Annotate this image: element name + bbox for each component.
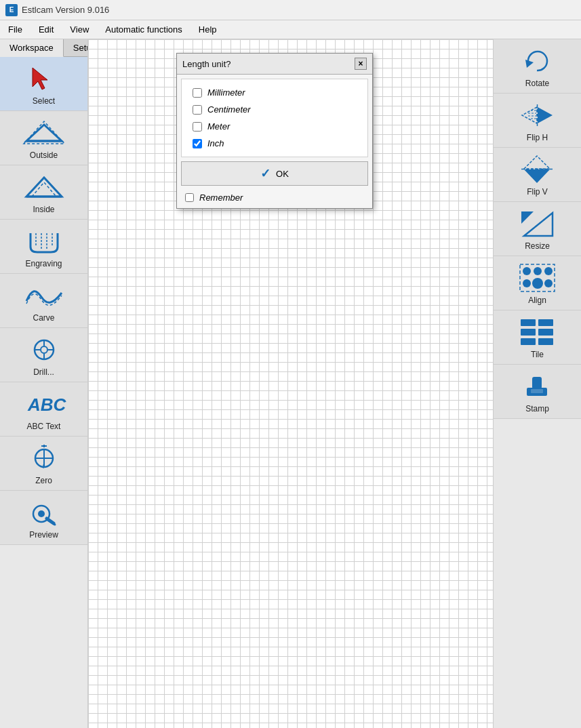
sidebar-btn-select[interactable]: Select: [0, 57, 87, 111]
svg-marker-0: [33, 68, 47, 89]
sidebar-btn-zero[interactable]: + Zero: [0, 437, 87, 491]
drill-label: Drill...: [33, 367, 54, 377]
svg-point-45: [523, 279, 531, 287]
label-meter[interactable]: Meter: [207, 121, 230, 132]
svg-marker-36: [524, 169, 550, 183]
svg-text:ABC: ABC: [27, 395, 67, 415]
app-title: Estlcam Version 9.016: [22, 5, 109, 15]
menu-view[interactable]: View: [62, 20, 97, 39]
flipv-icon: [517, 155, 558, 184]
ok-button[interactable]: ✓ OK: [181, 161, 368, 186]
dialog-title: Length unit?: [182, 59, 231, 69]
svg-line-27: [47, 519, 54, 523]
carve-icon: [24, 281, 64, 310]
option-centimeter: Centimeter: [193, 104, 357, 115]
checkbox-centimeter[interactable]: [193, 105, 202, 115]
drill-icon: [24, 335, 64, 365]
svg-rect-57: [531, 389, 543, 393]
menu-help[interactable]: Help: [191, 20, 225, 39]
svg-point-42: [523, 267, 531, 275]
fliph-icon: [517, 100, 558, 130]
svg-marker-29: [538, 107, 553, 123]
svg-marker-6: [32, 182, 56, 197]
svg-point-47: [544, 279, 553, 287]
engraving-label: Engraving: [25, 259, 62, 268]
right-panel: Rotate Flip H: [493, 39, 581, 728]
option-meter: Meter: [193, 121, 357, 132]
right-btn-rotate[interactable]: Rotate: [494, 39, 581, 94]
tab-workspace[interactable]: Workspace: [0, 39, 64, 57]
svg-marker-4: [26, 178, 62, 197]
resize-label: Resize: [525, 241, 550, 251]
sidebar-btn-text[interactable]: ABC ABC Text: [0, 382, 87, 437]
right-btn-align[interactable]: Align: [494, 256, 581, 310]
svg-marker-30: [522, 107, 537, 123]
option-millimeter: Millimeter: [193, 87, 357, 98]
menu-auto[interactable]: Automatic functions: [97, 20, 190, 39]
menu-file[interactable]: File: [0, 20, 31, 39]
stamp-label: Stamp: [525, 404, 549, 413]
rotate-label: Rotate: [525, 79, 549, 88]
left-sidebar: Workspace Setup Select Outside: [0, 39, 88, 728]
checkbox-meter[interactable]: [193, 122, 202, 132]
dialog-close-button[interactable]: ×: [355, 58, 367, 70]
svg-point-44: [544, 267, 553, 275]
main-layout: Workspace Setup Select Outside: [0, 39, 581, 728]
modal-overlay: Length unit? × Millimeter Centimeter: [88, 39, 493, 728]
menu-edit[interactable]: Edit: [31, 20, 62, 39]
right-btn-fliph[interactable]: Flip H: [494, 94, 581, 148]
sidebar-btn-inside[interactable]: Inside: [0, 165, 87, 220]
svg-marker-39: [521, 211, 534, 224]
svg-rect-50: [538, 319, 553, 326]
ok-label: OK: [276, 169, 289, 179]
right-btn-stamp[interactable]: Stamp: [494, 365, 581, 419]
right-btn-tile[interactable]: Tile: [494, 310, 581, 365]
outside-icon: [24, 118, 64, 148]
checkbox-millimeter[interactable]: [193, 88, 202, 98]
sidebar-btn-drill[interactable]: Drill...: [0, 328, 87, 382]
label-centimeter[interactable]: Centimeter: [207, 104, 251, 115]
zero-icon: +: [24, 443, 64, 473]
tile-icon: [517, 317, 558, 347]
stamp-icon: [517, 371, 558, 401]
align-icon: [517, 263, 558, 293]
carve-label: Carve: [33, 313, 54, 323]
select-label: Select: [33, 96, 55, 106]
svg-rect-53: [521, 338, 536, 345]
checkbox-remember[interactable]: [185, 193, 194, 202]
inside-icon: [24, 172, 64, 202]
checkbox-inch[interactable]: [193, 139, 202, 148]
right-btn-flipv[interactable]: Flip V: [494, 148, 581, 202]
svg-rect-49: [521, 319, 536, 326]
sidebar-btn-outside[interactable]: Outside: [0, 111, 87, 165]
right-btn-resize[interactable]: Resize: [494, 202, 581, 256]
svg-rect-54: [538, 338, 553, 345]
tile-label: Tile: [531, 350, 544, 359]
zero-label: Zero: [35, 476, 52, 485]
text-icon: ABC: [24, 389, 64, 419]
svg-point-25: [38, 510, 45, 517]
rotate-icon: [517, 46, 558, 76]
svg-text:+: +: [41, 463, 45, 470]
svg-point-43: [534, 267, 542, 275]
remember-row: Remember: [177, 190, 372, 208]
option-inch: Inch: [193, 138, 357, 148]
label-remember[interactable]: Remember: [199, 193, 243, 203]
svg-marker-37: [524, 156, 550, 169]
sidebar-btn-preview[interactable]: Preview: [0, 491, 87, 545]
label-inch[interactable]: Inch: [207, 138, 224, 148]
label-millimeter[interactable]: Millimeter: [207, 87, 245, 98]
dialog-title-bar: Length unit? ×: [177, 54, 372, 75]
sidebar-btn-engraving[interactable]: Engraving: [0, 220, 87, 274]
app-icon: E: [5, 4, 18, 16]
inside-label: Inside: [33, 205, 54, 214]
menu-bar: File Edit View Automatic functions Help: [0, 20, 581, 39]
svg-rect-52: [538, 329, 553, 336]
sidebar-btn-carve[interactable]: Carve: [0, 274, 87, 328]
tab-setup[interactable]: Setup: [64, 39, 88, 56]
align-label: Align: [528, 296, 546, 305]
content-area: Length unit? × Millimeter Centimeter: [88, 39, 493, 728]
length-unit-dialog: Length unit? × Millimeter Centimeter: [176, 53, 373, 209]
ok-checkmark-icon: ✓: [260, 166, 271, 181]
select-icon: [24, 64, 64, 94]
